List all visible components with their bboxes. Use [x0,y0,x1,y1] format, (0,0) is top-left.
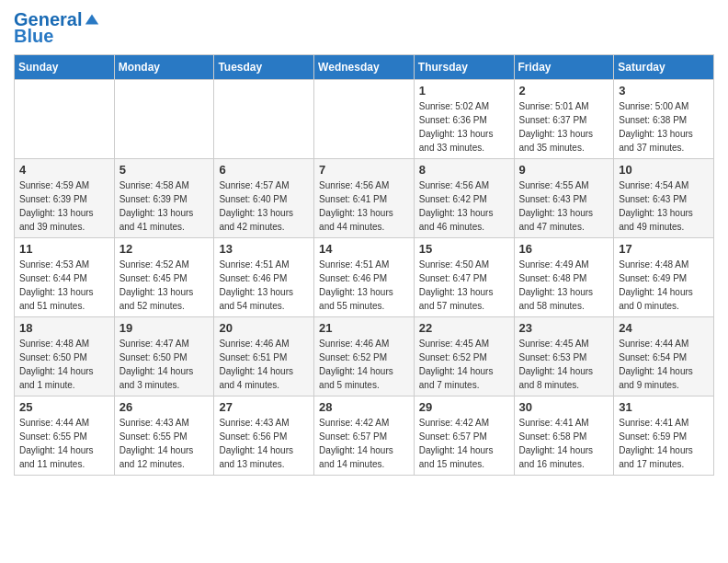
day-number: 24 [619,321,709,335]
day-info: Sunrise: 4:59 AM Sunset: 6:39 PM Dayligh… [19,178,109,234]
header: General Blue [14,9,714,47]
day-cell [314,80,415,159]
day-cell: 18Sunrise: 4:48 AM Sunset: 6:50 PM Dayli… [15,317,115,396]
day-number: 30 [519,400,609,414]
day-number: 27 [219,400,309,414]
day-info: Sunrise: 4:57 AM Sunset: 6:40 PM Dayligh… [219,178,309,234]
day-number: 3 [619,84,709,98]
day-number: 25 [19,400,109,414]
calendar-table: SundayMondayTuesdayWednesdayThursdayFrid… [14,54,714,476]
day-cell: 3Sunrise: 5:00 AM Sunset: 6:38 PM Daylig… [614,80,714,159]
day-cell: 19Sunrise: 4:47 AM Sunset: 6:50 PM Dayli… [114,317,214,396]
day-header-friday: Friday [514,55,614,80]
day-number: 11 [19,242,109,256]
day-cell: 1Sunrise: 5:02 AM Sunset: 6:36 PM Daylig… [414,80,514,159]
page-container: General Blue SundayMondayTuesdayWednesda… [0,0,728,490]
day-header-saturday: Saturday [614,55,714,80]
day-header-tuesday: Tuesday [214,55,314,80]
day-number: 26 [119,400,210,414]
day-info: Sunrise: 4:41 AM Sunset: 6:59 PM Dayligh… [619,416,709,471]
logo: General Blue [14,9,100,47]
day-info: Sunrise: 4:44 AM Sunset: 6:54 PM Dayligh… [619,337,709,392]
day-cell [15,80,115,159]
day-info: Sunrise: 4:58 AM Sunset: 6:39 PM Dayligh… [119,178,210,234]
day-header-thursday: Thursday [414,55,514,80]
day-number: 1 [419,84,509,98]
week-row-5: 25Sunrise: 4:44 AM Sunset: 6:55 PM Dayli… [15,396,714,476]
day-cell: 12Sunrise: 4:52 AM Sunset: 6:45 PM Dayli… [114,238,214,317]
day-info: Sunrise: 4:56 AM Sunset: 6:41 PM Dayligh… [319,178,409,234]
day-cell: 7Sunrise: 4:56 AM Sunset: 6:41 PM Daylig… [314,159,415,238]
day-info: Sunrise: 4:49 AM Sunset: 6:48 PM Dayligh… [519,258,609,313]
day-cell: 26Sunrise: 4:43 AM Sunset: 6:55 PM Dayli… [114,396,214,476]
day-number: 18 [19,321,109,335]
day-cell: 10Sunrise: 4:54 AM Sunset: 6:43 PM Dayli… [614,159,714,238]
day-info: Sunrise: 4:56 AM Sunset: 6:42 PM Dayligh… [419,178,509,234]
day-cell: 20Sunrise: 4:46 AM Sunset: 6:51 PM Dayli… [214,317,314,396]
day-cell: 29Sunrise: 4:42 AM Sunset: 6:57 PM Dayli… [414,396,514,476]
day-number: 14 [319,242,409,256]
logo-icon [84,11,100,28]
day-info: Sunrise: 4:54 AM Sunset: 6:43 PM Dayligh… [619,178,709,234]
day-number: 28 [319,400,409,414]
day-cell: 23Sunrise: 4:45 AM Sunset: 6:53 PM Dayli… [514,317,614,396]
day-number: 7 [319,163,409,177]
day-info: Sunrise: 4:45 AM Sunset: 6:52 PM Dayligh… [419,337,509,392]
day-info: Sunrise: 4:51 AM Sunset: 6:46 PM Dayligh… [319,258,409,313]
day-number: 31 [619,400,709,414]
week-row-4: 18Sunrise: 4:48 AM Sunset: 6:50 PM Dayli… [15,317,714,396]
day-info: Sunrise: 4:47 AM Sunset: 6:50 PM Dayligh… [119,337,210,392]
day-number: 19 [119,321,210,335]
day-info: Sunrise: 4:46 AM Sunset: 6:51 PM Dayligh… [219,337,309,392]
day-number: 16 [519,242,609,256]
day-number: 8 [419,163,509,177]
day-cell: 15Sunrise: 4:50 AM Sunset: 6:47 PM Dayli… [414,238,514,317]
day-info: Sunrise: 4:55 AM Sunset: 6:43 PM Dayligh… [519,178,609,234]
day-info: Sunrise: 4:51 AM Sunset: 6:46 PM Dayligh… [219,258,309,313]
day-number: 23 [519,321,609,335]
day-number: 2 [519,84,609,98]
day-cell: 4Sunrise: 4:59 AM Sunset: 6:39 PM Daylig… [15,159,115,238]
day-number: 9 [519,163,609,177]
day-info: Sunrise: 4:53 AM Sunset: 6:44 PM Dayligh… [19,258,109,313]
day-cell: 13Sunrise: 4:51 AM Sunset: 6:46 PM Dayli… [214,238,314,317]
day-cell: 30Sunrise: 4:41 AM Sunset: 6:58 PM Dayli… [514,396,614,476]
day-header-wednesday: Wednesday [314,55,415,80]
day-number: 29 [419,400,509,414]
day-info: Sunrise: 4:50 AM Sunset: 6:47 PM Dayligh… [419,258,509,313]
day-cell: 25Sunrise: 4:44 AM Sunset: 6:55 PM Dayli… [15,396,115,476]
day-number: 21 [319,321,409,335]
day-info: Sunrise: 4:43 AM Sunset: 6:56 PM Dayligh… [219,416,309,471]
day-cell: 17Sunrise: 4:48 AM Sunset: 6:49 PM Dayli… [614,238,714,317]
week-row-1: 1Sunrise: 5:02 AM Sunset: 6:36 PM Daylig… [15,80,714,159]
header-row: SundayMondayTuesdayWednesdayThursdayFrid… [15,55,714,80]
day-info: Sunrise: 5:00 AM Sunset: 6:38 PM Dayligh… [619,99,709,155]
day-number: 6 [219,163,309,177]
day-info: Sunrise: 4:41 AM Sunset: 6:58 PM Dayligh… [519,416,609,471]
day-info: Sunrise: 4:44 AM Sunset: 6:55 PM Dayligh… [19,416,109,471]
day-cell: 6Sunrise: 4:57 AM Sunset: 6:40 PM Daylig… [214,159,314,238]
day-info: Sunrise: 4:52 AM Sunset: 6:45 PM Dayligh… [119,258,210,313]
day-cell [114,80,214,159]
day-header-monday: Monday [114,55,214,80]
day-number: 20 [219,321,309,335]
day-cell: 5Sunrise: 4:58 AM Sunset: 6:39 PM Daylig… [114,159,214,238]
day-info: Sunrise: 4:42 AM Sunset: 6:57 PM Dayligh… [319,416,409,471]
day-cell: 9Sunrise: 4:55 AM Sunset: 6:43 PM Daylig… [514,159,614,238]
day-header-sunday: Sunday [15,55,115,80]
day-cell: 11Sunrise: 4:53 AM Sunset: 6:44 PM Dayli… [15,238,115,317]
day-info: Sunrise: 4:45 AM Sunset: 6:53 PM Dayligh… [519,337,609,392]
day-number: 12 [119,242,210,256]
day-cell: 31Sunrise: 4:41 AM Sunset: 6:59 PM Dayli… [614,396,714,476]
day-cell: 22Sunrise: 4:45 AM Sunset: 6:52 PM Dayli… [414,317,514,396]
day-info: Sunrise: 4:48 AM Sunset: 6:49 PM Dayligh… [619,258,709,313]
day-info: Sunrise: 5:02 AM Sunset: 6:36 PM Dayligh… [419,99,509,155]
week-row-3: 11Sunrise: 4:53 AM Sunset: 6:44 PM Dayli… [15,238,714,317]
day-cell [214,80,314,159]
day-number: 5 [119,163,210,177]
day-cell: 24Sunrise: 4:44 AM Sunset: 6:54 PM Dayli… [614,317,714,396]
day-info: Sunrise: 4:42 AM Sunset: 6:57 PM Dayligh… [419,416,509,471]
day-info: Sunrise: 5:01 AM Sunset: 6:37 PM Dayligh… [519,99,609,155]
day-number: 13 [219,242,309,256]
day-cell: 8Sunrise: 4:56 AM Sunset: 6:42 PM Daylig… [414,159,514,238]
